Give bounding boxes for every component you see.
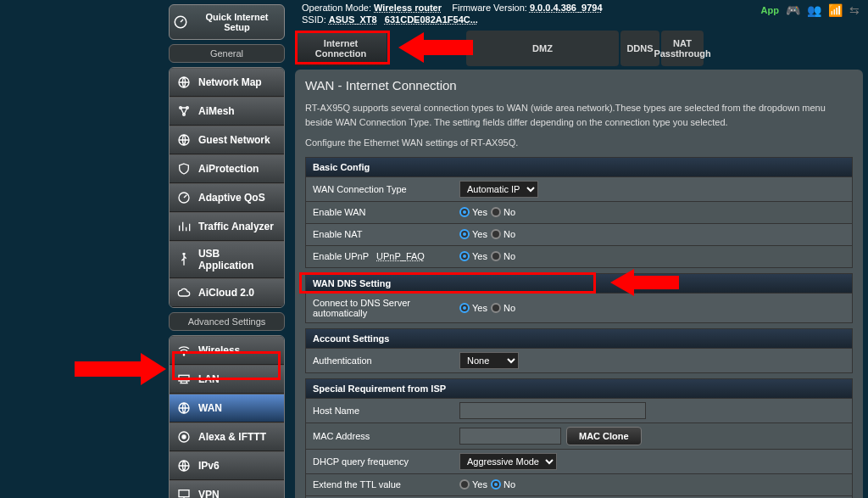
enable-nat-radio[interactable]: YesNo (454, 226, 852, 243)
mac-input[interactable] (459, 428, 561, 445)
nav-general-aiprotection[interactable]: AiProtection (170, 154, 284, 183)
wan-conn-type-select[interactable]: Automatic IP (459, 181, 538, 198)
dns-auto-radio[interactable]: YesNo (454, 299, 852, 316)
mac-clone-button[interactable]: MAC Clone (566, 427, 642, 445)
nav-general-network-map[interactable]: Network Map (170, 68, 284, 97)
wifi-icon (176, 343, 192, 358)
nav-label: Network Map (198, 76, 262, 88)
radio-no[interactable]: No (491, 303, 515, 313)
wan-conn-type-label: WAN Connection Type (306, 180, 454, 199)
svg-point-12 (182, 435, 186, 439)
globe-icon (176, 132, 192, 148)
enable-wan-radio[interactable]: YesNo (454, 204, 852, 221)
nav-label: LAN (198, 373, 220, 385)
globe-icon (176, 458, 192, 473)
gamepad-icon[interactable]: 🎮 (786, 3, 800, 17)
nav-label: AiCloud 2.0 (198, 287, 254, 299)
nav-general-traffic-analyzer[interactable]: Traffic Analyzer (170, 212, 284, 241)
antenna-icon[interactable]: 📶 (828, 3, 843, 17)
page-title: WAN - Internet Connection (305, 78, 853, 92)
page-desc-1: RT-AX95Q supports several connection typ… (305, 101, 853, 129)
tab-internet-connection[interactable]: Internet Connection (295, 31, 387, 66)
general-section-header: General (169, 44, 285, 63)
dns-header: WAN DNS Setting (306, 274, 852, 293)
quick-setup-button[interactable]: Quick Internet Setup (169, 4, 285, 40)
radio-no[interactable]: No (491, 479, 515, 490)
enable-wan-label: Enable WAN (306, 203, 454, 221)
radio-yes[interactable]: Yes (459, 251, 487, 261)
host-input[interactable] (459, 402, 646, 419)
nav-general-usb-application[interactable]: USB Application (170, 241, 284, 278)
tab-nat-passthrough[interactable]: NAT Passthrough (661, 31, 704, 66)
nav-advanced-ipv6[interactable]: IPv6 (170, 451, 284, 480)
nav-advanced-vpn[interactable]: VPN (170, 480, 284, 498)
nav-general-adaptive-qos[interactable]: Adaptive QoS (170, 183, 284, 212)
monitor-icon (176, 487, 192, 498)
ssid-value-2[interactable]: 631CDE082A1F54C... (385, 14, 478, 25)
page-desc-2: Configure the Ethernet WAN settings of R… (305, 136, 853, 150)
nav-general-guest-network[interactable]: Guest Network (170, 126, 284, 154)
people-icon[interactable]: 👥 (807, 3, 821, 17)
nav-label: Traffic Analyzer (198, 221, 274, 232)
nav-label: WAN (198, 402, 222, 414)
upnp-faq-link[interactable]: UPnP_FAQ (376, 251, 425, 261)
gauge-icon (173, 14, 188, 30)
tab-dmz[interactable]: DMZ (466, 31, 619, 66)
wan-tabs: Internet ConnectionVirtual Server / Port… (295, 31, 868, 66)
chart-icon (176, 219, 192, 234)
globe-icon (176, 75, 192, 90)
op-mode-label: Operation Mode: (302, 3, 371, 13)
nav-label: Alexa & IFTTT (198, 431, 266, 443)
basic-config-section: Basic Config WAN Connection Type Automat… (305, 157, 853, 268)
dhcp-q-select[interactable]: Aggressive Mode (459, 453, 557, 470)
top-header: Operation Mode: Wireless router Firmware… (295, 0, 868, 29)
nav-label: Wireless (198, 344, 240, 356)
fw-value[interactable]: 9.0.0.4.386_9794 (530, 3, 603, 14)
enable-upnp-radio[interactable]: YesNo (454, 248, 852, 265)
lan-icon (176, 372, 192, 387)
cloud-icon (176, 285, 192, 300)
nav-label: AiMesh (198, 105, 235, 117)
nav-general-aimesh[interactable]: AiMesh (170, 97, 284, 126)
nav-advanced-alexa-ifttt[interactable]: Alexa & IFTTT (170, 422, 284, 451)
nav-advanced-wireless[interactable]: Wireless (170, 336, 284, 365)
usb-icon[interactable]: ⇆ (849, 3, 860, 17)
extend-ttl-label: Extend the TTL value (306, 475, 454, 494)
basic-config-header: Basic Config (306, 158, 852, 176)
nav-advanced-lan[interactable]: LAN (170, 365, 284, 394)
nav-general-aicloud-2-0[interactable]: AiCloud 2.0 (170, 278, 284, 307)
op-mode-value[interactable]: Wireless router (374, 3, 442, 14)
radio-yes[interactable]: Yes (459, 303, 487, 313)
account-header: Account Settings (306, 329, 852, 348)
app-label[interactable]: App (761, 5, 779, 15)
radio-no[interactable]: No (491, 229, 515, 239)
radio-yes[interactable]: Yes (459, 479, 487, 490)
dhcp-q-label: DHCP query frequency (306, 452, 454, 471)
enable-upnp-label: Enable UPnP (313, 251, 369, 261)
mac-label: MAC Address (306, 427, 454, 445)
ssid-value-1[interactable]: ASUS_XT8 (329, 14, 377, 25)
dns-section: WAN DNS Setting Connect to DNS Server au… (305, 273, 853, 323)
nav-label: VPN (198, 489, 220, 498)
shield-icon (176, 161, 192, 176)
radio-yes[interactable]: Yes (459, 207, 487, 217)
gauge-icon (176, 190, 192, 205)
alexa-icon (176, 429, 192, 445)
auth-select[interactable]: None (459, 352, 519, 369)
radio-no[interactable]: No (491, 207, 515, 217)
dns-auto-label: Connect to DNS Server automatically (306, 294, 454, 322)
advanced-section-header: Advanced Settings (169, 312, 285, 331)
nav-label: AiProtection (198, 163, 259, 175)
account-section: Account Settings Authentication None (305, 328, 853, 373)
nav-advanced-wan[interactable]: WAN (170, 394, 284, 422)
isp-header: Special Requirement from ISP (306, 379, 852, 398)
quick-setup-label: Quick Internet Setup (193, 12, 281, 32)
nav-label: USB Application (198, 248, 277, 271)
extend-ttl-radio[interactable]: YesNo (454, 476, 852, 493)
auth-label: Authentication (306, 351, 454, 370)
svg-rect-14 (179, 490, 189, 497)
ssid-label: SSID: (302, 14, 326, 25)
radio-yes[interactable]: Yes (459, 229, 487, 239)
mesh-icon (176, 104, 192, 119)
radio-no[interactable]: No (491, 251, 515, 261)
